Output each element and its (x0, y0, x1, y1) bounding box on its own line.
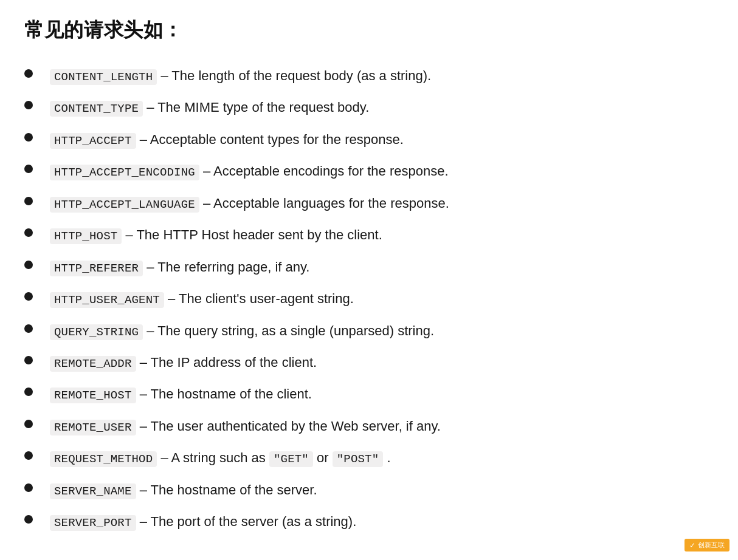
list-item-content: HTTP_ACCEPT_LANGUAGE – Acceptable langua… (50, 193, 714, 214)
code-keyword: REMOTE_ADDR (50, 356, 136, 372)
bullet-icon (24, 356, 33, 364)
code-keyword: SERVER_PORT (50, 515, 136, 531)
description-text: – The referring page, if any. (143, 259, 309, 275)
code-keyword: HTTP_ACCEPT_LANGUAGE (50, 197, 199, 213)
bullet-icon (24, 451, 33, 460)
description-text: – The hostname of the client. (136, 386, 312, 401)
or-text: or (313, 450, 333, 465)
code-get: "GET" (269, 451, 313, 467)
list-item-content: SERVER_PORT – The port of the server (as… (50, 511, 714, 532)
list-item-content: HTTP_ACCEPT – Acceptable content types f… (50, 129, 714, 150)
code-keyword: HTTP_ACCEPT_ENCODING (50, 165, 199, 180)
bullet-icon (24, 197, 33, 205)
description-text: – The IP address of the client. (136, 355, 317, 370)
page-heading: 常见的请求头如： (24, 17, 714, 44)
list-item: HTTP_HOST – The HTTP Host header sent by… (24, 225, 714, 245)
bullet-icon (24, 515, 33, 524)
list-item-content: HTTP_HOST – The HTTP Host header sent by… (50, 225, 714, 245)
list-item-content: CONTENT_LENGTH – The length of the reque… (50, 66, 714, 86)
description-text: – The port of the server (as a string). (136, 514, 357, 529)
description-text: – The HTTP Host header sent by the clien… (122, 227, 382, 242)
list-item: CONTENT_TYPE – The MIME type of the requ… (24, 97, 714, 118)
watermark-label: 创新互联 (698, 541, 725, 550)
bullet-icon (24, 388, 33, 396)
list-item: SERVER_PORT – The port of the server (as… (24, 511, 714, 532)
description-text: – A string such as (157, 450, 269, 465)
bullet-icon (24, 324, 33, 333)
bullet-icon (24, 420, 33, 428)
list-item-content: REMOTE_USER – The user authenticated by … (50, 416, 714, 437)
end-text: . (383, 450, 390, 465)
code-keyword: REMOTE_USER (50, 420, 136, 435)
bullet-icon (24, 292, 33, 301)
bullet-icon (24, 483, 33, 492)
code-keyword: CONTENT_LENGTH (50, 69, 157, 85)
list-item: SERVER_NAME – The hostname of the server… (24, 480, 714, 500)
code-post: "POST" (333, 451, 384, 467)
description-text: – The query string, as a single (unparse… (143, 323, 434, 338)
bullet-icon (24, 165, 33, 173)
list-item-content: REQUEST_METHOD – A string such as "GET" … (50, 448, 714, 468)
description-text: – The hostname of the server. (136, 482, 317, 497)
bullet-icon (24, 69, 33, 78)
list-item: REQUEST_METHOD – A string such as "GET" … (24, 448, 714, 468)
list-item: HTTP_ACCEPT_LANGUAGE – Acceptable langua… (24, 193, 714, 214)
list-item: REMOTE_USER – The user authenticated by … (24, 416, 714, 437)
list-item-content: REMOTE_ADDR – The IP address of the clie… (50, 352, 714, 373)
list-item-content: HTTP_USER_AGENT – The client's user-agen… (50, 289, 714, 309)
code-keyword: HTTP_HOST (50, 228, 122, 244)
list-item: QUERY_STRING – The query string, as a si… (24, 321, 714, 341)
list-item-content: CONTENT_TYPE – The MIME type of the requ… (50, 97, 714, 118)
list-item: REMOTE_HOST – The hostname of the client… (24, 384, 714, 405)
list-item-content: REMOTE_HOST – The hostname of the client… (50, 384, 714, 405)
description-text: – The MIME type of the request body. (143, 100, 369, 115)
code-keyword: REQUEST_METHOD (50, 451, 157, 467)
description-text: – The user authenticated by the Web serv… (136, 418, 441, 434)
list-item: HTTP_REFERER – The referring page, if an… (24, 257, 714, 278)
bullet-icon (24, 261, 33, 269)
list-item: HTTP_ACCEPT_ENCODING – Acceptable encodi… (24, 161, 714, 182)
list-item: REMOTE_ADDR – The IP address of the clie… (24, 352, 714, 373)
bullet-icon (24, 101, 33, 109)
list-item-content: QUERY_STRING – The query string, as a si… (50, 321, 714, 341)
list-item: HTTP_USER_AGENT – The client's user-agen… (24, 289, 714, 309)
description-text: – Acceptable encodings for the response. (199, 163, 449, 179)
code-keyword: HTTP_REFERER (50, 261, 143, 276)
code-keyword: CONTENT_TYPE (50, 101, 143, 117)
list-item-content: HTTP_ACCEPT_ENCODING – Acceptable encodi… (50, 161, 714, 182)
code-keyword: HTTP_ACCEPT (50, 133, 136, 149)
code-keyword: REMOTE_HOST (50, 388, 136, 403)
description-text: – The client's user-agent string. (164, 291, 354, 306)
list-item-content: SERVER_NAME – The hostname of the server… (50, 480, 714, 500)
request-headers-list: CONTENT_LENGTH – The length of the reque… (24, 66, 714, 533)
description-text: – Acceptable languages for the response. (199, 196, 449, 211)
description-text: – Acceptable content types for the respo… (136, 132, 404, 147)
bullet-icon (24, 228, 33, 237)
list-item: HTTP_ACCEPT – Acceptable content types f… (24, 129, 714, 150)
code-keyword: SERVER_NAME (50, 483, 136, 499)
description-text: – The length of the request body (as a s… (157, 68, 431, 83)
watermark-check-icon: ✓ (689, 541, 695, 550)
code-keyword: HTTP_USER_AGENT (50, 292, 164, 308)
bullet-icon (24, 133, 33, 142)
list-item-content: HTTP_REFERER – The referring page, if an… (50, 257, 714, 278)
watermark: ✓ 创新互联 (685, 539, 729, 551)
code-keyword: QUERY_STRING (50, 324, 143, 340)
list-item: CONTENT_LENGTH – The length of the reque… (24, 66, 714, 86)
